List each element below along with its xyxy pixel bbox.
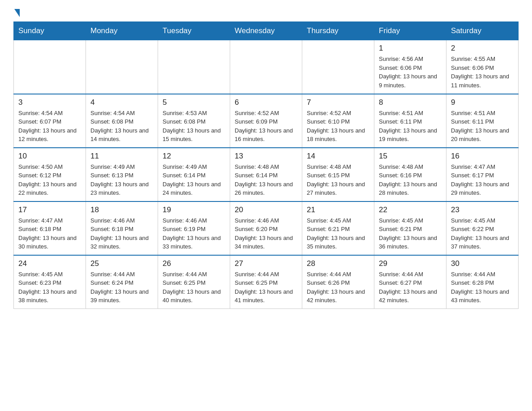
calendar-cell: 1Sunrise: 4:56 AMSunset: 6:06 PMDaylight… [374, 40, 446, 94]
day-number: 28 [307, 259, 369, 268]
day-info: Sunrise: 4:44 AMSunset: 6:25 PMDaylight:… [163, 270, 225, 305]
day-info: Sunrise: 4:45 AMSunset: 6:22 PMDaylight:… [451, 216, 514, 251]
calendar-cell [86, 40, 158, 94]
day-info: Sunrise: 4:54 AMSunset: 6:07 PMDaylight:… [18, 109, 81, 144]
calendar-week-row: 17Sunrise: 4:47 AMSunset: 6:18 PMDayligh… [14, 201, 519, 255]
day-info: Sunrise: 4:54 AMSunset: 6:08 PMDaylight:… [90, 109, 153, 144]
logo-arrow-icon [14, 9, 20, 17]
calendar-header-sunday: Sunday [14, 22, 86, 40]
day-number: 27 [235, 259, 297, 268]
logo [13, 9, 20, 17]
day-info: Sunrise: 4:45 AMSunset: 6:21 PMDaylight:… [307, 216, 369, 251]
day-number: 9 [451, 98, 514, 107]
day-info: Sunrise: 4:52 AMSunset: 6:10 PMDaylight:… [307, 109, 369, 144]
day-number: 13 [235, 152, 297, 161]
day-info: Sunrise: 4:44 AMSunset: 6:25 PMDaylight:… [235, 270, 297, 305]
day-info: Sunrise: 4:56 AMSunset: 6:06 PMDaylight:… [379, 55, 442, 90]
calendar-header-thursday: Thursday [302, 22, 374, 40]
calendar-header-saturday: Saturday [446, 22, 519, 40]
calendar-cell: 7Sunrise: 4:52 AMSunset: 6:10 PMDaylight… [302, 94, 374, 148]
calendar-cell: 16Sunrise: 4:47 AMSunset: 6:17 PMDayligh… [446, 148, 519, 201]
calendar-cell: 23Sunrise: 4:45 AMSunset: 6:22 PMDayligh… [446, 201, 519, 255]
day-number: 22 [379, 206, 442, 214]
calendar-cell: 30Sunrise: 4:44 AMSunset: 6:28 PMDayligh… [446, 255, 519, 309]
day-number: 15 [379, 152, 442, 161]
calendar-cell: 6Sunrise: 4:52 AMSunset: 6:09 PMDaylight… [230, 94, 302, 148]
calendar-cell: 10Sunrise: 4:50 AMSunset: 6:12 PMDayligh… [14, 148, 86, 201]
calendar-week-row: 1Sunrise: 4:56 AMSunset: 6:06 PMDaylight… [14, 40, 519, 94]
calendar-cell: 13Sunrise: 4:48 AMSunset: 6:14 PMDayligh… [230, 148, 302, 201]
calendar-cell: 19Sunrise: 4:46 AMSunset: 6:19 PMDayligh… [158, 201, 230, 255]
day-number: 16 [451, 152, 514, 161]
calendar-cell: 9Sunrise: 4:51 AMSunset: 6:11 PMDaylight… [446, 94, 519, 148]
day-number: 14 [307, 152, 369, 161]
calendar-cell: 3Sunrise: 4:54 AMSunset: 6:07 PMDaylight… [14, 94, 86, 148]
calendar-cell: 17Sunrise: 4:47 AMSunset: 6:18 PMDayligh… [14, 201, 86, 255]
calendar-cell: 28Sunrise: 4:44 AMSunset: 6:26 PMDayligh… [302, 255, 374, 309]
day-number: 3 [18, 98, 81, 107]
calendar-cell: 21Sunrise: 4:45 AMSunset: 6:21 PMDayligh… [302, 201, 374, 255]
day-number: 24 [18, 259, 81, 268]
day-number: 17 [18, 206, 81, 214]
day-number: 5 [163, 98, 225, 107]
calendar-cell [14, 40, 86, 94]
calendar-header-wednesday: Wednesday [230, 22, 302, 40]
calendar-week-row: 24Sunrise: 4:45 AMSunset: 6:23 PMDayligh… [14, 255, 519, 309]
day-info: Sunrise: 4:45 AMSunset: 6:23 PMDaylight:… [18, 270, 81, 305]
calendar-cell: 18Sunrise: 4:46 AMSunset: 6:18 PMDayligh… [86, 201, 158, 255]
day-number: 21 [307, 206, 369, 214]
day-info: Sunrise: 4:46 AMSunset: 6:19 PMDaylight:… [163, 216, 225, 251]
calendar-cell: 14Sunrise: 4:48 AMSunset: 6:15 PMDayligh… [302, 148, 374, 201]
calendar-cell: 4Sunrise: 4:54 AMSunset: 6:08 PMDaylight… [86, 94, 158, 148]
day-info: Sunrise: 4:44 AMSunset: 6:24 PMDaylight:… [90, 270, 153, 305]
day-info: Sunrise: 4:46 AMSunset: 6:18 PMDaylight:… [90, 216, 153, 251]
day-info: Sunrise: 4:55 AMSunset: 6:06 PMDaylight:… [451, 55, 514, 90]
day-info: Sunrise: 4:44 AMSunset: 6:28 PMDaylight:… [451, 270, 514, 305]
calendar-header-monday: Monday [86, 22, 158, 40]
day-info: Sunrise: 4:48 AMSunset: 6:16 PMDaylight:… [379, 163, 442, 197]
calendar-cell: 12Sunrise: 4:49 AMSunset: 6:14 PMDayligh… [158, 148, 230, 201]
day-number: 20 [235, 206, 297, 214]
calendar-cell: 24Sunrise: 4:45 AMSunset: 6:23 PMDayligh… [14, 255, 86, 309]
day-number: 2 [451, 44, 514, 53]
day-info: Sunrise: 4:47 AMSunset: 6:17 PMDaylight:… [451, 163, 514, 197]
calendar-cell: 20Sunrise: 4:46 AMSunset: 6:20 PMDayligh… [230, 201, 302, 255]
calendar-cell: 5Sunrise: 4:53 AMSunset: 6:08 PMDaylight… [158, 94, 230, 148]
day-number: 6 [235, 98, 297, 107]
day-info: Sunrise: 4:49 AMSunset: 6:14 PMDaylight:… [163, 163, 225, 197]
calendar-header-row: SundayMondayTuesdayWednesdayThursdayFrid… [14, 22, 519, 40]
calendar-week-row: 3Sunrise: 4:54 AMSunset: 6:07 PMDaylight… [14, 94, 519, 148]
calendar-table: SundayMondayTuesdayWednesdayThursdayFrid… [13, 21, 519, 309]
day-number: 23 [451, 206, 514, 214]
day-number: 4 [90, 98, 153, 107]
day-info: Sunrise: 4:47 AMSunset: 6:18 PMDaylight:… [18, 216, 81, 251]
calendar-week-row: 10Sunrise: 4:50 AMSunset: 6:12 PMDayligh… [14, 148, 519, 201]
day-number: 7 [307, 98, 369, 107]
day-info: Sunrise: 4:50 AMSunset: 6:12 PMDaylight:… [18, 163, 81, 197]
day-info: Sunrise: 4:52 AMSunset: 6:09 PMDaylight:… [235, 109, 297, 144]
calendar-cell: 25Sunrise: 4:44 AMSunset: 6:24 PMDayligh… [86, 255, 158, 309]
calendar-cell: 11Sunrise: 4:49 AMSunset: 6:13 PMDayligh… [86, 148, 158, 201]
calendar-header-tuesday: Tuesday [158, 22, 230, 40]
day-info: Sunrise: 4:53 AMSunset: 6:08 PMDaylight:… [163, 109, 225, 144]
day-number: 12 [163, 152, 225, 161]
day-info: Sunrise: 4:51 AMSunset: 6:11 PMDaylight:… [451, 109, 514, 144]
calendar-cell: 27Sunrise: 4:44 AMSunset: 6:25 PMDayligh… [230, 255, 302, 309]
day-info: Sunrise: 4:45 AMSunset: 6:21 PMDaylight:… [379, 216, 442, 251]
day-number: 30 [451, 259, 514, 268]
day-info: Sunrise: 4:48 AMSunset: 6:15 PMDaylight:… [307, 163, 369, 197]
calendar-cell: 22Sunrise: 4:45 AMSunset: 6:21 PMDayligh… [374, 201, 446, 255]
day-info: Sunrise: 4:51 AMSunset: 6:11 PMDaylight:… [379, 109, 442, 144]
page-header [13, 9, 519, 17]
day-number: 25 [90, 259, 153, 268]
day-number: 18 [90, 206, 153, 214]
day-info: Sunrise: 4:49 AMSunset: 6:13 PMDaylight:… [90, 163, 153, 197]
day-info: Sunrise: 4:46 AMSunset: 6:20 PMDaylight:… [235, 216, 297, 251]
day-info: Sunrise: 4:44 AMSunset: 6:26 PMDaylight:… [307, 270, 369, 305]
calendar-cell: 26Sunrise: 4:44 AMSunset: 6:25 PMDayligh… [158, 255, 230, 309]
calendar-header-friday: Friday [374, 22, 446, 40]
day-number: 19 [163, 206, 225, 214]
calendar-cell [158, 40, 230, 94]
day-info: Sunrise: 4:48 AMSunset: 6:14 PMDaylight:… [235, 163, 297, 197]
day-info: Sunrise: 4:44 AMSunset: 6:27 PMDaylight:… [379, 270, 442, 305]
